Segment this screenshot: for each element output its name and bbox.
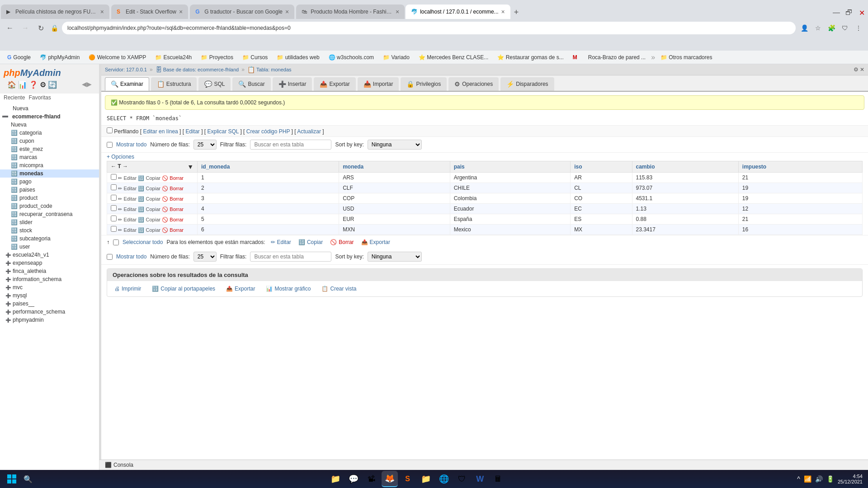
taskbar-calc[interactable]: 🖩 xyxy=(490,471,506,487)
select-all-button[interactable]: Seleccionar todo xyxy=(123,239,163,245)
collapse-icon[interactable]: ◀▶ xyxy=(82,80,92,89)
show-all-checkbox[interactable] xyxy=(107,142,113,148)
tab-close-5[interactable]: × xyxy=(501,8,505,15)
address-input[interactable] xyxy=(62,22,796,34)
tree-item-paises-dbl[interactable]: ➕ paises__ xyxy=(0,300,99,308)
tab-5[interactable]: 🐬 localhost / 127.0.0.1 / ecomme... × xyxy=(406,5,510,19)
edit-link-4[interactable]: ✏ Editar xyxy=(118,206,137,212)
tree-item-slider[interactable]: 🔠 slider xyxy=(0,218,99,226)
bottom-delete-button[interactable]: 🚫 Borrar xyxy=(328,238,355,246)
pma-nav-db[interactable]: 🗄 Base de datos: ecommerce-fhland xyxy=(156,66,239,73)
tree-item-performance[interactable]: ➕ performance_schema xyxy=(0,308,99,316)
bottom-edit-button[interactable]: ✏ Editar xyxy=(269,238,293,246)
star-button[interactable]: ☆ xyxy=(812,22,824,34)
sort-icon[interactable]: T xyxy=(118,163,121,169)
tab-disparadores[interactable]: ⚡ Disparadores xyxy=(500,77,554,91)
taskbar-video[interactable]: 📽 xyxy=(363,471,380,487)
tree-item-pago[interactable]: 🔠 pago xyxy=(0,178,99,186)
th-impuesto[interactable]: impuesto xyxy=(738,161,862,173)
link-actualizar[interactable]: Actualizar xyxy=(297,128,321,135)
bookmark-otros[interactable]: 📁 Otros marcadores xyxy=(657,53,716,61)
rows-select-bottom[interactable]: 25 50 100 xyxy=(193,252,217,262)
home-icon[interactable]: 🏠 xyxy=(7,80,16,89)
th-cambio[interactable]: cambio xyxy=(632,161,738,173)
tab-close-1[interactable]: × xyxy=(100,8,104,15)
tab-operaciones[interactable]: ⚙ Operaciones xyxy=(448,77,499,91)
tree-item-nueva-top[interactable]: Nueva xyxy=(0,104,99,113)
copy-link-2[interactable]: 🔢 Copiar xyxy=(138,186,160,191)
row-checkbox-1[interactable] xyxy=(111,174,117,180)
battery-icon[interactable]: 🔋 xyxy=(826,475,834,483)
tree-item-product[interactable]: 🔠 product xyxy=(0,194,99,202)
console-bar[interactable]: ⬛ Consola xyxy=(99,460,868,470)
tree-item-monedas[interactable]: 🔠 monedas xyxy=(0,169,99,178)
bookmark-proyectos[interactable]: 📁 Proyectos xyxy=(197,53,237,61)
th-pais[interactable]: pais xyxy=(450,161,570,173)
row-checkbox-5[interactable] xyxy=(111,216,117,221)
edit-link-6[interactable]: ✏ Editar xyxy=(118,227,137,233)
settings-icon[interactable]: ⚙ xyxy=(40,80,46,89)
taskbar-search-button[interactable]: 🔍 xyxy=(20,471,36,487)
rows-select[interactable]: 25 50 100 xyxy=(193,140,217,150)
tree-item-stock[interactable]: 🔠 stock xyxy=(0,226,99,235)
pma-nav-server[interactable]: Servidor: 127.0.0.1 xyxy=(105,67,147,72)
refresh-icon[interactable]: 🔄 xyxy=(48,80,57,89)
sort-arrow-right[interactable]: → xyxy=(123,163,128,169)
taskbar-time[interactable]: 4:54 25/12/2021 xyxy=(838,474,863,484)
show-all-checkbox-bottom[interactable] xyxy=(107,254,113,260)
tree-item-user[interactable]: 🔠 user xyxy=(0,243,99,251)
taskbar-s[interactable]: S xyxy=(400,471,416,487)
profile-button[interactable]: 👤 xyxy=(798,22,810,34)
taskbar-chevron[interactable]: ^ xyxy=(797,475,800,483)
taskbar-files[interactable]: 📁 xyxy=(327,471,344,487)
edit-link-2[interactable]: ✏ Editar xyxy=(118,186,137,191)
back-button[interactable]: ← xyxy=(4,22,16,34)
delete-link-2[interactable]: 🚫 Borrar xyxy=(162,186,184,191)
edit-link-3[interactable]: ✏ Editar xyxy=(118,196,137,202)
copy-link-5[interactable]: 🔢 Copiar xyxy=(138,217,160,222)
profiling-checkbox[interactable] xyxy=(107,127,113,133)
pma-nav-settings[interactable]: ⚙ ✕ xyxy=(854,66,864,73)
refresh-button[interactable]: ↻ xyxy=(34,22,47,34)
bottom-export-button[interactable]: 📤 Exportar xyxy=(359,238,392,246)
bookmark-utilidades[interactable]: 📁 utilidades web xyxy=(273,53,323,61)
th-iso[interactable]: iso xyxy=(571,161,632,173)
menu-button[interactable]: ⋮ xyxy=(853,22,864,34)
bookmark-variado[interactable]: 📁 Variado xyxy=(379,53,413,61)
tree-item-phpmyadmin-db[interactable]: ➕ phpmyadmin xyxy=(0,316,99,324)
delete-link-5[interactable]: 🚫 Borrar xyxy=(162,217,184,222)
tree-item-mvc[interactable]: ➕ mvc xyxy=(0,283,99,291)
tree-item-estemez[interactable]: 🔠 este_mez xyxy=(0,145,99,153)
minimize-button[interactable]: — xyxy=(830,6,843,19)
row-checkbox-6[interactable] xyxy=(111,226,117,232)
tab-privilegios[interactable]: 🔒 Privilegios xyxy=(401,77,447,91)
bookmark-google[interactable]: G Google xyxy=(4,53,34,61)
row-checkbox-4[interactable] xyxy=(111,205,117,211)
row-checkbox-2[interactable] xyxy=(111,184,117,190)
tab-buscar[interactable]: 🔍 Buscar xyxy=(232,77,270,91)
tab-2[interactable]: S Edit - Stack Overflow × xyxy=(111,5,188,19)
tree-item-marcas[interactable]: 🔠 marcas xyxy=(0,153,99,161)
help-icon[interactable]: ❓ xyxy=(29,80,38,89)
tree-item-nueva-db[interactable]: Nueva xyxy=(0,121,99,129)
link-explicar[interactable]: Explicar SQL xyxy=(207,128,239,135)
close-button[interactable]: ✕ xyxy=(855,6,868,19)
op-copiar-portapapeles[interactable]: 🔢 Copiar al portapapeles xyxy=(150,285,217,293)
bottom-copy-button[interactable]: 🔢 Copiar xyxy=(297,238,325,246)
bookmark-mercedes[interactable]: ⭐ Mercedes Benz CLASE... xyxy=(415,53,492,61)
tree-item-db[interactable]: ➖ ecommerce-fhland xyxy=(0,113,99,121)
sort-select-bottom[interactable]: Ninguna xyxy=(368,252,422,262)
tree-item-productcode[interactable]: 🔠 product_code xyxy=(0,202,99,210)
bookmark-roca[interactable]: M xyxy=(569,53,581,61)
tree-item-subcategoria[interactable]: 🔠 subcategoria xyxy=(0,235,99,243)
tab-close-4[interactable]: × xyxy=(396,8,399,15)
copy-link-3[interactable]: 🔢 Copiar xyxy=(138,196,160,202)
row-checkbox-3[interactable] xyxy=(111,195,117,201)
bookmark-restaurar[interactable]: ⭐ Restaurar gomas de s... xyxy=(494,53,567,61)
op-crear-vista[interactable]: 📋 Crear vista xyxy=(320,285,358,293)
extension-button[interactable]: 🧩 xyxy=(826,22,837,34)
tab-exportar[interactable]: 📤 Exportar xyxy=(314,77,355,91)
taskbar-shield[interactable]: 🛡 xyxy=(454,471,470,487)
delete-link-4[interactable]: 🚫 Borrar xyxy=(162,206,184,212)
tree-item-cupon[interactable]: 🔠 cupon xyxy=(0,137,99,145)
